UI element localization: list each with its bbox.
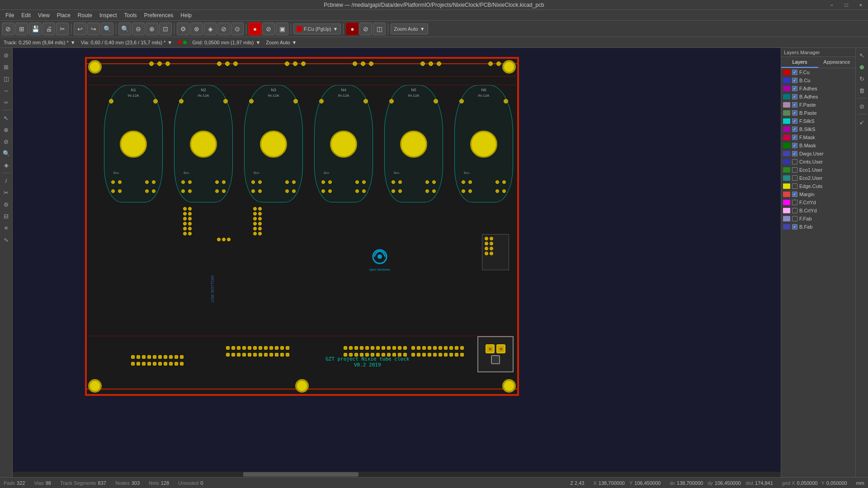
tab-layers[interactable]: Layers — [781, 57, 818, 68]
highlight-button[interactable]: ● — [249, 23, 261, 35]
lt-pattern[interactable]: ◈ — [1, 160, 12, 170]
lt-pad2[interactable]: ⊟ — [1, 211, 12, 221]
lt-zoom-search[interactable]: 🔍 — [1, 148, 12, 159]
layer-row-b-crtyd[interactable]: B.CrtYd — [781, 206, 855, 215]
layer-check-14[interactable] — [792, 183, 797, 189]
layer-check-1[interactable]: ✓ — [792, 78, 797, 83]
layer-check-19[interactable]: ✓ — [792, 224, 797, 230]
rt-cursor[interactable]: ↖ — [857, 50, 868, 61]
layer-row-b-cu[interactable]: ✓B.Cu — [781, 76, 855, 84]
clearance-button[interactable]: ⊘ — [262, 23, 275, 35]
maximize-button[interactable]: □ — [839, 0, 854, 10]
layer-row-cmts-user[interactable]: Cmts.User — [781, 158, 855, 166]
pcb-canvas[interactable]: N1 IN-12A Bo• N2 IN- — [13, 48, 781, 477]
menu-file[interactable]: File — [2, 10, 18, 20]
layer-row-f-mask[interactable]: ✓F.Mask — [781, 133, 855, 141]
pcbnew-button[interactable]: ▣ — [276, 23, 288, 35]
lt-cursor[interactable]: ⊘ — [1, 50, 12, 61]
menu-preferences[interactable]: Preferences — [141, 10, 177, 20]
layer-check-12[interactable] — [792, 167, 797, 173]
grid-option[interactable]: Grid: 0,0500 mm (1,97 mils) ▼ — [192, 40, 260, 45]
layer-row-b-fab[interactable]: ✓B.Fab — [781, 223, 855, 231]
menu-route[interactable]: Route — [74, 10, 96, 20]
zoom-fit-button[interactable]: ⊕ — [146, 23, 158, 35]
drc-button[interactable]: ⚙ — [177, 23, 189, 35]
rt-delete[interactable]: 🗑 — [857, 85, 868, 96]
menu-inspect[interactable]: Inspect — [96, 10, 121, 20]
layer-check-6[interactable]: ✓ — [792, 118, 797, 124]
layer-row-f-fab[interactable]: F.Fab — [781, 215, 855, 223]
rt-add[interactable]: ⊕ — [857, 61, 868, 72]
layer-row-b-adhes[interactable]: ✓B.Adhes — [781, 93, 855, 101]
open-button[interactable]: ⊞ — [15, 23, 28, 35]
layer-check-9[interactable]: ✓ — [792, 143, 797, 148]
tab-appearance[interactable]: Appearance — [818, 57, 855, 68]
layer-row-f-cu[interactable]: ✓F.Cu — [781, 68, 855, 76]
rt-rotate[interactable]: ↻ — [857, 73, 868, 84]
layer-row-margin[interactable]: ✓Margin — [781, 190, 855, 198]
layer-selector[interactable]: F.Cu (PgUp) ▼ — [293, 23, 341, 34]
layer-check-8[interactable]: ✓ — [792, 135, 797, 140]
layer-check-2[interactable]: ✓ — [792, 86, 797, 91]
lt-cut[interactable]: ✂ — [1, 187, 12, 198]
layer-row-eco1-user[interactable]: Eco1.User — [781, 166, 855, 174]
layer-row-dwgs-user[interactable]: ✓Dwgs.User — [781, 150, 855, 158]
lt-measure[interactable]: ↔ — [1, 85, 12, 96]
layer-row-b-paste[interactable]: ✓B.Paste — [781, 109, 855, 117]
layer-check-13[interactable] — [792, 175, 797, 181]
3d-button[interactable]: ◈ — [204, 23, 217, 35]
menu-view[interactable]: View — [34, 10, 53, 20]
scrollbar-thumb[interactable] — [243, 472, 359, 477]
layer-check-15[interactable]: ✓ — [792, 192, 797, 197]
horizontal-scrollbar[interactable] — [13, 472, 781, 477]
close-button[interactable]: × — [854, 0, 868, 10]
lt-pad[interactable]: ⊜ — [1, 199, 12, 210]
print-button[interactable]: 🖨 — [42, 23, 55, 35]
layer-row-f-silks[interactable]: ✓F.SilkS — [781, 117, 855, 125]
layer-row-f-paste[interactable]: ✓F.Paste — [781, 101, 855, 109]
rt-arrow[interactable]: ↙ — [857, 117, 868, 127]
ratsnest2-button[interactable]: ⊘ — [359, 23, 372, 35]
redo-button[interactable]: ↪ — [87, 23, 100, 35]
layer-check-3[interactable]: ✓ — [792, 94, 797, 99]
layer-row-eco2-user[interactable]: Eco2.User — [781, 174, 855, 182]
layer-check-17[interactable] — [792, 208, 797, 213]
rt-unknown[interactable]: ⊘ — [857, 101, 868, 112]
lt-unknown[interactable]: ◫ — [1, 73, 12, 84]
layer-check-7[interactable]: ✓ — [792, 127, 797, 132]
undo2-button[interactable]: ↩ — [74, 23, 86, 35]
via-option[interactable]: Via: 0,60 / 0,40 mm (23,6 / 15,7 mils) *… — [81, 40, 172, 45]
layer-check-10[interactable]: ✓ — [792, 151, 797, 156]
menu-tools[interactable]: Tools — [121, 10, 141, 20]
menu-help[interactable]: Help — [177, 10, 195, 20]
search-button[interactable]: 🔍 — [101, 23, 113, 35]
layer-row-f-crtyd[interactable]: F.CrtYd — [781, 198, 855, 206]
netlist-button[interactable]: ⊘ — [217, 23, 230, 35]
lt-line[interactable]: / — [1, 175, 12, 186]
zoom-in-button[interactable]: 🔍 — [118, 23, 131, 35]
layer-check-11[interactable] — [792, 159, 797, 164]
layer-check-5[interactable]: ✓ — [792, 110, 797, 116]
lt-select[interactable]: ↖ — [1, 113, 12, 123]
layer-row-b-mask[interactable]: ✓B.Mask — [781, 141, 855, 150]
lt-label[interactable]: ㎜ — [1, 97, 12, 108]
menu-edit[interactable]: Edit — [18, 10, 34, 20]
track-option[interactable]: Track: 0,250 mm (9,84 mils) * ▼ — [4, 40, 75, 45]
setup-button[interactable]: ⊛ — [190, 23, 203, 35]
layer-check-0[interactable]: ✓ — [792, 70, 797, 75]
zoom-out-button[interactable]: ⊖ — [132, 23, 145, 35]
lt-route[interactable]: ⊘ — [1, 136, 12, 147]
zoom-option[interactable]: Zoom Auto ▼ — [266, 40, 297, 45]
lt-component[interactable]: ⊕ — [1, 124, 12, 135]
module-button[interactable]: ◫ — [373, 23, 386, 35]
layer-check-16[interactable] — [792, 200, 797, 205]
ratsnest-button[interactable]: ⊙ — [231, 23, 244, 35]
new-button[interactable]: ⊘ — [2, 23, 14, 35]
layer-row-b-silks[interactable]: ✓B.SilkS — [781, 125, 855, 133]
layer-row-f-adhes[interactable]: ✓F.Adhes — [781, 84, 855, 93]
lt-wave[interactable]: ∿ — [1, 234, 12, 245]
menu-place[interactable]: Place — [53, 10, 74, 20]
lt-grid[interactable]: ⊞ — [1, 61, 12, 72]
layer-check-4[interactable]: ✓ — [792, 102, 797, 108]
undo-button[interactable]: ✂ — [56, 23, 69, 35]
